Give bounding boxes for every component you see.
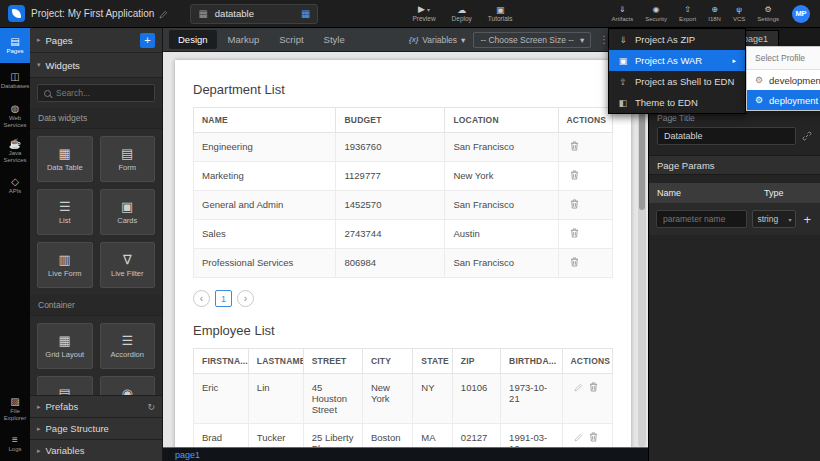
screen-size-dropdown[interactable]: -- Choose Screen Size -- ▾	[473, 32, 591, 48]
artifacts-button[interactable]: ⇓ Artifacts	[607, 0, 639, 28]
deploy-button[interactable]: ☁ Deploy	[445, 0, 479, 28]
delete-row-button[interactable]	[586, 382, 601, 392]
caret-down-icon[interactable]: ▾	[427, 7, 430, 13]
column-header: FIRSTNA...	[194, 349, 249, 374]
delete-row-button[interactable]	[567, 170, 582, 180]
export-button[interactable]: ⇧ Export	[674, 0, 701, 28]
security-button[interactable]: ◉ Security	[640, 0, 672, 28]
zip-icon: ⇓	[618, 35, 628, 45]
param-type-select[interactable]: string ▾	[752, 210, 796, 228]
user-avatar[interactable]: MP	[792, 5, 810, 23]
tab-design[interactable]: Design	[169, 30, 217, 49]
apps-grid-icon[interactable]: ▦	[301, 9, 310, 19]
menu-item-project-as-shell[interactable]: ⇪ Project as Shell to EDN	[609, 71, 745, 92]
delete-row-button[interactable]	[586, 432, 601, 442]
page-number-button[interactable]: 1	[215, 290, 232, 307]
canvas-area: Design Markup Script Style {x} Variables…	[163, 28, 648, 461]
widget-accordion[interactable]: ☰ Accordion	[100, 323, 156, 369]
caret-right-icon: ▸	[37, 425, 41, 433]
app-logo-icon[interactable]	[8, 5, 25, 22]
column-header: ZIP	[452, 349, 500, 374]
employee-table[interactable]: FIRSTNA... LASTNAME STREET CITY STATE ZI…	[193, 348, 613, 447]
add-page-button[interactable]: +	[140, 33, 155, 48]
pages-icon: ▤	[10, 36, 19, 47]
refresh-icon[interactable]: ↻	[147, 402, 155, 412]
variables-dropdown[interactable]: {x} Variables ▾	[409, 35, 465, 45]
page-tab-bar: page1	[163, 447, 648, 461]
page-params-header[interactable]: Page Params	[649, 155, 820, 175]
rail-item-databases[interactable]: ◫ Databases	[0, 63, 30, 98]
edit-row-button[interactable]	[571, 383, 586, 392]
preview-button[interactable]: ▶▾ Preview	[405, 0, 442, 28]
widget-wizard[interactable]: ◉ Wizard	[100, 376, 156, 395]
tab-script[interactable]: Script	[270, 30, 312, 49]
page-selector[interactable]: ▦ datatable ▦	[190, 4, 318, 24]
i18n-button[interactable]: ⊕ I18N	[703, 0, 726, 28]
rail-item-logs[interactable]: ≡ Logs	[0, 426, 30, 461]
table-row: Engineering 1936760 San Francisco	[194, 133, 613, 162]
rail-item-apis[interactable]: ◇ APIs	[0, 168, 30, 203]
menu-item-project-as-zip[interactable]: ⇓ Project As ZIP	[609, 29, 745, 50]
delete-row-button[interactable]	[567, 199, 582, 209]
edit-row-button[interactable]	[571, 433, 586, 442]
submenu-item-development[interactable]: ⚙ development	[747, 70, 820, 90]
export-icon: ⇧	[684, 5, 691, 15]
widget-list-item[interactable]: ☰ List	[37, 189, 93, 235]
delete-row-button[interactable]	[567, 141, 582, 151]
pages-section-header[interactable]: ▸ Pages +	[30, 28, 162, 53]
cards-icon: ▣	[121, 200, 133, 214]
search-icon	[44, 90, 51, 97]
widget-data-table[interactable]: ▦ Data Table	[37, 136, 93, 182]
edit-project-icon[interactable]	[159, 5, 168, 23]
widget-live-filter[interactable]: ∇ Live Filter	[100, 242, 156, 288]
rail-item-web-services[interactable]: ◍ Web Services	[0, 98, 30, 133]
delete-row-button[interactable]	[567, 228, 582, 238]
prefabs-section-header[interactable]: ▸ Prefabs ↻	[30, 395, 162, 417]
caret-right-icon: ▸	[37, 447, 41, 455]
tutorials-icon: ▣	[496, 5, 505, 15]
caret-right-icon: ▸	[37, 36, 41, 44]
topbar: Project: My First Application ▦ datatabl…	[0, 0, 820, 28]
page-title-input[interactable]	[657, 127, 796, 145]
prev-page-button[interactable]: ‹	[193, 290, 210, 307]
add-param-button[interactable]: +	[801, 212, 813, 227]
link-icon[interactable]	[802, 127, 812, 145]
tabs-icon: ▤	[59, 387, 71, 396]
submenu-item-deployment[interactable]: ⚙ deployment	[747, 90, 820, 110]
widget-cards[interactable]: ▣ Cards	[100, 189, 156, 235]
tab-markup[interactable]: Markup	[219, 30, 269, 49]
page-preview[interactable]: Department List NAME BUDGET LOCATION ACT…	[175, 60, 631, 447]
widget-search-input[interactable]	[56, 88, 148, 98]
tab-style[interactable]: Style	[315, 30, 354, 49]
logs-icon: ≡	[12, 434, 18, 445]
widget-search	[37, 84, 155, 102]
gear-icon: ⚙	[755, 75, 763, 85]
rail-item-file-explorer[interactable]: ▨ File Explorer	[0, 391, 30, 426]
rail-item-pages[interactable]: ▤ Pages	[0, 28, 30, 63]
shell-icon: ⇪	[618, 77, 628, 87]
menu-item-project-as-war[interactable]: ▣ Project As WAR ▸	[609, 50, 745, 71]
param-name-input[interactable]	[656, 210, 747, 228]
grid-layout-icon: ▦	[59, 334, 71, 348]
page-structure-section-header[interactable]: ▸ Page Structure	[30, 417, 162, 439]
widget-form[interactable]: ▤ Form	[100, 136, 156, 182]
next-page-button[interactable]: ›	[237, 290, 254, 307]
department-table[interactable]: NAME BUDGET LOCATION ACTIONS Engineering…	[193, 107, 613, 278]
delete-row-button[interactable]	[567, 257, 582, 267]
widgets-section-header[interactable]: ▾ Widgets	[30, 53, 162, 78]
widget-grid-layout[interactable]: ▦ Grid Layout	[37, 323, 93, 369]
rail-item-java-services[interactable]: ☕ Java Services	[0, 133, 30, 168]
column-header: STATE	[413, 349, 452, 374]
wizard-icon: ◉	[122, 387, 133, 396]
widget-tabs[interactable]: ▤ Tabs	[37, 376, 93, 395]
menu-item-theme-to-edn[interactable]: ◧ Theme to EDN	[609, 92, 745, 113]
variables-icon: {x}	[409, 35, 418, 44]
variables-section-header[interactable]: ▸ Variables	[30, 439, 162, 461]
vcs-button[interactable]: ψ VCS	[728, 0, 750, 28]
department-list-title: Department List	[193, 82, 613, 97]
caret-down-icon: ▾	[461, 35, 465, 45]
page-tab[interactable]: page1	[175, 450, 200, 460]
widget-live-form[interactable]: ▥ Live Form	[37, 242, 93, 288]
tutorials-button[interactable]: ▣ Tutorials	[481, 0, 520, 28]
settings-button[interactable]: ⚙ Settings	[752, 0, 784, 28]
